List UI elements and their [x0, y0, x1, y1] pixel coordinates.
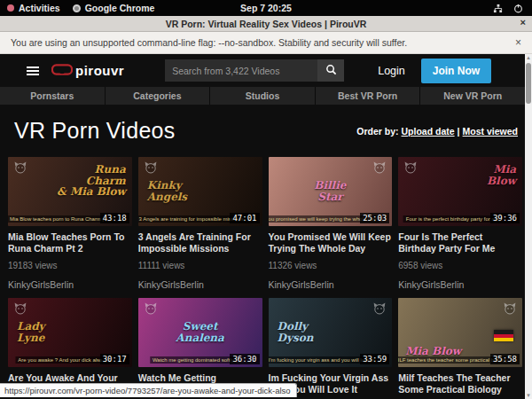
video-views: 11326 views — [269, 261, 393, 270]
site-logo[interactable]: pirouvr — [51, 63, 124, 79]
join-now-button[interactable]: Join Now — [421, 59, 491, 83]
video-thumbnail[interactable]: Lady Lyne Are you awake ? And your dick … — [8, 298, 132, 367]
order-separator: | — [458, 126, 460, 137]
studio-cat-mask-icon — [13, 160, 27, 178]
scrollbar-thumb[interactable] — [526, 63, 531, 104]
german-flag-icon — [494, 330, 513, 341]
activities-button[interactable]: Activities — [7, 3, 60, 13]
main-menu: Pornstars Categories Studios Best VR Por… — [0, 87, 525, 105]
window-title-bar: VR Porn: Virtual Reality Sex Videos | Pi… — [0, 16, 532, 32]
studio-cat-mask-icon — [144, 160, 158, 178]
search-input[interactable] — [165, 59, 317, 82]
page-content: ▲ ▼ pirouvr Login Join Now Pornstars Cat… — [0, 54, 532, 399]
search-button[interactable] — [317, 59, 344, 82]
hamburger-menu-icon[interactable] — [27, 66, 39, 75]
video-thumbnail[interactable]: Kinky Angels 3 Angels are training for i… — [138, 157, 262, 226]
video-card[interactable]: Mia Blow Four is the perfect birthday pa… — [398, 157, 522, 290]
thumbnail-caption: Are you awake ? And your dick also ? — [15, 356, 109, 364]
video-title[interactable]: 3 Angels Are Training For Impossible Mis… — [138, 231, 262, 254]
chrome-icon — [73, 4, 81, 12]
thumbnail-performer-name: Billie Star — [269, 180, 393, 202]
thumbnail-performer-name: Runa Charm & Mia Blow — [57, 164, 126, 198]
studio-cat-mask-icon — [403, 160, 418, 178]
order-upload-date-link[interactable]: Upload date — [402, 126, 455, 137]
video-duration-badge: 47:01 — [230, 213, 259, 223]
video-thumbnail[interactable]: Mia Blow MILF teaches the teacher some p… — [398, 298, 522, 367]
power-icon[interactable] — [513, 4, 523, 13]
menu-item-new-vr-porn[interactable]: New VR Porn — [420, 87, 525, 105]
window-close-icon[interactable]: × — [520, 17, 526, 27]
video-title[interactable]: Four Is The Perfect Birthday Party For M… — [398, 231, 522, 254]
thumbnail-performer-name: Mia Blow — [487, 164, 516, 186]
studio-cat-mask-icon — [144, 301, 158, 319]
warning-close-icon[interactable]: × — [515, 36, 521, 49]
activities-label: Activities — [19, 3, 60, 13]
video-duration-badge: 33:59 — [360, 354, 389, 364]
video-card[interactable]: Kinky Angels 3 Angels are training for i… — [138, 157, 262, 290]
page-title: VR Porn Videos — [14, 118, 176, 144]
status-url-tooltip: https://pirouvr.com/vr-porn-video/779325… — [0, 383, 297, 397]
thumbnail-caption: Four is the perfect birthday party for m… — [403, 215, 502, 223]
order-by-label: Order by: — [356, 126, 398, 137]
video-studio-link[interactable]: KinkyGirlsBerlin — [398, 279, 522, 290]
menu-item-categories[interactable]: Categories — [106, 87, 210, 105]
thumbnail-performer-name: Dolly Dyson — [278, 321, 314, 343]
chrome-app-menu[interactable]: Google Chrome — [73, 3, 155, 13]
thumbnail-performer-name: Mia Blow — [405, 346, 461, 357]
video-card[interactable]: Billie Star You promised we will keep tr… — [269, 157, 393, 290]
menu-item-best-vr-porn[interactable]: Best VR Porn — [316, 87, 420, 105]
thumbnail-performer-name: Sweet Analena — [138, 321, 262, 343]
video-studio-link[interactable]: KinkyGirlsBerlin — [138, 279, 262, 290]
chrome-warning-bar: You are using an unsupported command-lin… — [0, 32, 532, 54]
studio-cat-mask-icon — [372, 301, 387, 319]
video-title[interactable]: Mia Blow Teaches Porn To Runa Charm Pt 2 — [8, 231, 132, 254]
thumbnail-performer-name: Lady Lyne — [17, 321, 45, 343]
chrome-app-label: Google Chrome — [85, 3, 155, 13]
activities-dot-icon — [7, 4, 14, 12]
site-navbar: pirouvr Login Join Now — [0, 54, 532, 87]
vertical-scrollbar[interactable]: ▲ ▼ — [525, 54, 532, 399]
video-title[interactable]: You Promised We Will Keep Trying The Who… — [269, 231, 393, 254]
studio-cat-mask-icon — [13, 301, 27, 319]
window-title: VR Porn: Virtual Reality Sex Videos | Pi… — [166, 19, 367, 29]
vr-goggles-icon — [51, 63, 73, 79]
video-duration-badge: 30:17 — [100, 354, 129, 364]
login-link[interactable]: Login — [378, 65, 405, 77]
video-views: 19183 views — [8, 261, 132, 270]
video-thumbnail[interactable]: Runa Charm & Mia Blow Mia Blow teaches p… — [8, 157, 132, 226]
video-views: 11111 views — [138, 261, 262, 270]
menu-item-studios[interactable]: Studios — [210, 87, 315, 105]
magnifier-icon — [325, 64, 337, 78]
studio-cat-mask-icon — [503, 301, 517, 319]
order-by-controls: Order by: Upload date|Most viewed — [356, 126, 518, 137]
thumbnail-caption: Watch me getting dominated softly — [150, 356, 237, 364]
system-top-bar: Activities Google Chrome Sep 7 20:25 — [0, 0, 532, 16]
video-title[interactable]: Milf Teaches The Teacher Some Practical … — [398, 372, 522, 395]
thumbnail-performer-name: Kinky Angels — [147, 180, 187, 202]
video-duration-badge: 25:03 — [360, 213, 389, 223]
video-studio-link[interactable]: KinkyGirlsBerlin — [269, 279, 393, 290]
video-duration-badge: 35:58 — [490, 354, 520, 364]
video-views: 6958 views — [398, 261, 522, 270]
menu-item-pornstars[interactable]: Pornstars — [0, 87, 105, 105]
video-thumbnail[interactable]: Sweet Analena Watch me getting dominated… — [138, 298, 262, 367]
warning-message: You are using an unsupported command-lin… — [11, 37, 407, 48]
scroll-up-icon[interactable]: ▲ — [526, 54, 531, 61]
search-bar — [165, 59, 344, 82]
video-duration-badge: 39:36 — [490, 213, 520, 223]
video-card[interactable]: Runa Charm & Mia Blow Mia Blow teaches p… — [8, 157, 132, 290]
video-thumbnail[interactable]: Mia Blow Four is the perfect birthday pa… — [398, 157, 522, 226]
video-thumbnail[interactable]: Dolly Dyson I'm fucking your virgin ass … — [269, 298, 393, 367]
video-card[interactable]: Mia Blow MILF teaches the teacher some p… — [398, 298, 522, 399]
studio-cat-mask-icon — [372, 160, 387, 178]
video-thumbnail[interactable]: Billie Star You promised we will keep tr… — [269, 157, 393, 226]
network-icon[interactable] — [493, 4, 503, 13]
video-duration-badge: 36:30 — [230, 354, 259, 364]
site-logo-text: pirouvr — [75, 63, 124, 78]
video-studio-link[interactable]: KinkyGirlsBerlin — [8, 279, 132, 290]
scroll-down-icon[interactable]: ▼ — [526, 392, 531, 399]
order-most-viewed-link[interactable]: Most viewed — [463, 126, 518, 137]
video-grid: Runa Charm & Mia Blow Mia Blow teaches p… — [8, 157, 522, 399]
video-duration-badge: 43:18 — [100, 213, 129, 223]
